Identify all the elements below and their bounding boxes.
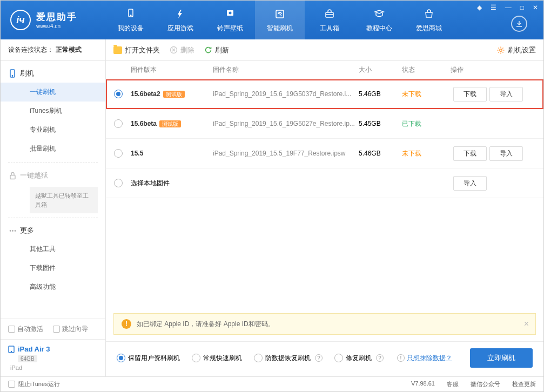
minimize-icon[interactable]: — (503, 3, 514, 12)
notice-bar: ! 如已绑定 Apple ID，请准备好 Apple ID和密码。 × (113, 313, 536, 335)
help-icon[interactable]: ! (397, 354, 405, 362)
flash-option[interactable]: 防数据恢复刷机? (254, 354, 323, 363)
folder-icon (113, 46, 122, 54)
nav-tab-flash[interactable]: 智能刷机 (255, 1, 305, 39)
checkbox-block-itunes[interactable] (8, 381, 15, 388)
refresh-icon (204, 46, 212, 54)
tutorial-icon (373, 8, 386, 21)
sidebar: 设备连接状态： 正常模式 刷机 一键刷机iTunes刷机专业刷机批量刷机 (1, 39, 106, 376)
firmware-row[interactable]: 15.5 iPad_Spring_2019_15.5_19F77_Restore… (106, 139, 543, 168)
radio-button[interactable] (254, 354, 263, 362)
footer-update[interactable]: 检查更新 (512, 380, 536, 388)
beta-badge: 测试版 (159, 120, 181, 127)
flash-now-button[interactable]: 立即刷机 (470, 348, 533, 368)
footer: 阻止iTunes运行 V7.98.61 客服 微信公众号 检查更新 (1, 376, 543, 391)
apps-icon (174, 8, 187, 21)
sidebar-group-jailbreak[interactable]: 一键越狱 (1, 166, 105, 185)
radio-button[interactable] (334, 354, 343, 362)
jailbreak-note: 越狱工具已转移至工具箱 (30, 187, 98, 213)
footer-version: V7.98.61 (411, 380, 435, 388)
beta-badge: 测试版 (163, 91, 185, 98)
ringtone-icon (224, 8, 237, 21)
toolbar: 打开文件夹 删除 刷新 刷机设置 (106, 39, 543, 61)
gear-icon (496, 46, 505, 55)
more-icon (8, 226, 17, 235)
nav-tab-ringtone[interactable]: 铃声壁纸 (205, 1, 255, 39)
open-folder-button[interactable]: 打开文件夹 (113, 45, 160, 55)
svg-point-3 (229, 11, 232, 14)
sidebar-item[interactable]: 下载固件 (1, 259, 105, 278)
window-controls: ◆ ☰ — □ ✕ (475, 3, 540, 12)
firmware-row[interactable]: 15.6beta2测试版 iPad_Spring_2019_15.6_19G50… (106, 79, 543, 109)
nav-tab-tutorial[interactable]: 教程中心 (354, 1, 404, 39)
sidebar-item[interactable]: iTunes刷机 (1, 102, 105, 120)
logo-icon: iч (10, 10, 31, 30)
maximize-icon[interactable]: □ (518, 3, 526, 12)
sidebar-group-more[interactable]: 更多 (1, 221, 105, 240)
main-content: 打开文件夹 删除 刷新 刷机设置 固件版本 固件名称 大小 状态 (106, 39, 543, 376)
delete-button[interactable]: 删除 (170, 45, 194, 55)
connection-status: 设备连接状态： 正常模式 (1, 39, 105, 61)
svg-point-7 (12, 76, 12, 76)
checkbox-auto-activate[interactable]: 自动激活 (8, 325, 43, 334)
flash-icon (273, 8, 286, 21)
refresh-button[interactable]: 刷新 (204, 45, 229, 55)
app-title: 爱思助手 (36, 11, 77, 23)
device-icon (124, 8, 137, 21)
svg-rect-8 (10, 175, 15, 179)
flash-option[interactable]: 常规快速刷机 (192, 354, 242, 363)
tablet-icon (8, 346, 15, 353)
app-subtitle: www.i4.cn (36, 23, 77, 29)
svg-point-13 (11, 351, 11, 352)
svg-point-1 (130, 15, 131, 16)
device-info[interactable]: iPad Air 3 64GB iPad (1, 340, 105, 376)
sidebar-item[interactable]: 批量刷机 (1, 139, 105, 158)
flash-settings-button[interactable]: 刷机设置 (496, 45, 536, 55)
import-button[interactable]: 导入 (489, 87, 523, 102)
radio-button[interactable] (192, 354, 200, 362)
menu-icon[interactable]: ☰ (488, 3, 499, 12)
firmware-row[interactable]: 15.6beta测试版 iPad_Spring_2019_15.6_19G502… (106, 109, 543, 139)
sidebar-item[interactable]: 一键刷机 (1, 83, 105, 102)
svg-point-11 (14, 230, 16, 232)
shop-icon (422, 8, 435, 21)
lock-icon (8, 171, 17, 180)
sidebar-item[interactable]: 其他工具 (1, 240, 105, 259)
footer-support[interactable]: 客服 (447, 380, 459, 388)
radio-button[interactable] (117, 354, 125, 362)
close-icon[interactable]: ✕ (530, 3, 540, 12)
help-icon[interactable]: ? (376, 354, 384, 362)
download-button[interactable]: 下载 (453, 87, 487, 102)
radio-button[interactable] (114, 149, 123, 158)
import-button[interactable]: 导入 (453, 176, 487, 191)
local-firmware-row[interactable]: 选择本地固件 导入 (106, 168, 543, 198)
sidebar-group-flash[interactable]: 刷机 (1, 64, 105, 83)
download-button[interactable] (511, 16, 527, 32)
checkbox-skip-guide[interactable]: 跳过向导 (53, 325, 88, 334)
radio-button[interactable] (114, 179, 123, 187)
radio-button[interactable] (114, 119, 123, 128)
nav-tab-apps[interactable]: 应用游戏 (156, 1, 205, 39)
app-header: iч 爱思助手 www.i4.cn 我的设备应用游戏铃声壁纸智能刷机工具箱教程中… (1, 1, 543, 39)
theme-icon[interactable]: ◆ (475, 3, 484, 12)
svg-point-15 (500, 49, 502, 51)
nav-tab-shop[interactable]: 爱思商城 (404, 1, 454, 39)
flash-option[interactable]: 保留用户资料刷机 (117, 354, 180, 363)
download-button[interactable]: 下载 (453, 146, 487, 161)
help-icon[interactable]: ? (315, 354, 323, 362)
sidebar-item[interactable]: 专业刷机 (1, 120, 105, 139)
erase-data-link[interactable]: 只想抹除数据？ (407, 354, 452, 363)
nav-tab-device[interactable]: 我的设备 (106, 1, 156, 39)
svg-point-10 (12, 230, 14, 232)
sidebar-item[interactable]: 高级功能 (1, 278, 105, 296)
table-header: 固件版本 固件名称 大小 状态 操作 (106, 61, 543, 79)
notice-close-icon[interactable]: × (524, 319, 529, 329)
phone-icon (8, 69, 17, 78)
flash-option[interactable]: 修复刷机? (334, 354, 384, 363)
nav-tab-toolbox[interactable]: 工具箱 (305, 1, 354, 39)
radio-button[interactable] (114, 90, 123, 98)
logo: iч 爱思助手 www.i4.cn (1, 10, 106, 30)
footer-wechat[interactable]: 微信公众号 (471, 380, 500, 388)
import-button[interactable]: 导入 (489, 146, 523, 161)
svg-point-9 (9, 230, 11, 232)
